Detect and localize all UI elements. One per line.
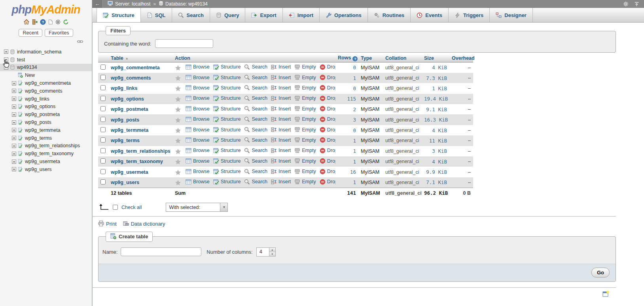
empty-action-link[interactable]: Empty xyxy=(294,95,316,101)
sidebar-tree-item-wp9g_links[interactable]: +wp9g_links xyxy=(0,95,92,103)
expand-node-icon[interactable]: + xyxy=(12,97,16,101)
table-name-link[interactable]: wp9g_comments xyxy=(111,75,151,81)
back-arrow-icon[interactable]: ← xyxy=(92,0,103,8)
tree-item-label[interactable]: wp9g_termmeta xyxy=(25,127,61,133)
row-checkbox[interactable] xyxy=(100,137,106,143)
expand-node-icon[interactable]: + xyxy=(12,167,16,171)
search-action-link[interactable]: Search xyxy=(244,137,267,143)
expand-node-icon[interactable]: + xyxy=(12,144,16,148)
check-all-checkbox[interactable] xyxy=(113,205,118,210)
structure-action-link[interactable]: Structure xyxy=(213,106,241,112)
sidebar-tree-item-wp9g_term_taxonomy[interactable]: +wp9g_term_taxonomy xyxy=(0,150,92,158)
tree-item-label[interactable]: information_schema xyxy=(17,49,62,55)
tree-item-label[interactable]: wp49134 xyxy=(17,65,37,70)
link-chain-icon[interactable] xyxy=(77,39,83,45)
drop-action-link[interactable]: Drop xyxy=(320,106,335,112)
insert-action-link[interactable]: Insert xyxy=(271,137,291,143)
help-icon[interactable]: ? xyxy=(40,19,46,25)
favorite-star-icon[interactable] xyxy=(175,138,181,144)
browse-action-link[interactable]: Browse xyxy=(186,179,210,185)
drop-action-link[interactable]: Drop xyxy=(320,85,335,91)
structure-action-link[interactable]: Structure xyxy=(213,158,241,164)
insert-action-link[interactable]: Insert xyxy=(271,148,291,154)
sidebar-tree-item-wp9g_term_relationships[interactable]: +wp9g_term_relationships xyxy=(0,142,92,150)
sidebar-tree-item-wp9g_termmeta[interactable]: +wp9g_termmeta xyxy=(0,126,92,134)
tab-export[interactable]: Export xyxy=(245,8,282,22)
favorite-star-icon[interactable] xyxy=(175,148,181,154)
favorite-star-icon[interactable] xyxy=(175,86,181,91)
row-checkbox[interactable] xyxy=(100,158,106,163)
empty-action-link[interactable]: Empty xyxy=(294,127,316,133)
search-action-link[interactable]: Search xyxy=(244,158,267,164)
search-action-link[interactable]: Search xyxy=(244,127,267,133)
tab-query[interactable]: Query xyxy=(210,8,246,22)
structure-action-link[interactable]: Structure xyxy=(213,148,241,154)
favorite-star-icon[interactable] xyxy=(175,96,181,102)
table-name-link[interactable]: wp9g_terms xyxy=(111,138,140,143)
structure-action-link[interactable]: Structure xyxy=(213,116,241,122)
structure-action-link[interactable]: Structure xyxy=(213,127,241,133)
structure-action-link[interactable]: Structure xyxy=(213,74,241,80)
row-checkbox[interactable] xyxy=(100,65,106,70)
favorite-star-icon[interactable] xyxy=(175,180,181,186)
expand-node-icon[interactable]: + xyxy=(12,160,16,164)
tree-item-label[interactable]: wp9g_posts xyxy=(25,120,51,125)
collapse-top-icon[interactable] xyxy=(634,2,639,7)
logout-icon[interactable] xyxy=(32,19,38,25)
search-action-link[interactable]: Search xyxy=(244,85,267,91)
tab-search[interactable]: Search xyxy=(172,8,210,22)
row-checkbox[interactable] xyxy=(100,106,106,111)
tab-events[interactable]: Events xyxy=(411,8,449,22)
search-action-link[interactable]: Search xyxy=(244,116,267,122)
stepper-down-icon[interactable]: ▼ xyxy=(269,252,275,256)
tree-item-label[interactable]: wp9g_postmeta xyxy=(25,112,60,117)
table-name-link[interactable]: wp9g_postmeta xyxy=(111,106,148,112)
drop-action-link[interactable]: Drop xyxy=(320,148,335,154)
tree-item-label[interactable]: wp9g_users xyxy=(25,167,51,172)
table-name-link[interactable]: wp9g_posts xyxy=(111,117,139,123)
sidebar-tree-item-wp9g_usermeta[interactable]: +wp9g_usermeta xyxy=(0,158,92,165)
empty-action-link[interactable]: Empty xyxy=(294,106,316,112)
search-action-link[interactable]: Search xyxy=(244,179,267,185)
sidebar-tree-item-wp9g_posts[interactable]: +wp9g_posts xyxy=(0,118,92,126)
empty-action-link[interactable]: Empty xyxy=(294,85,316,91)
empty-action-link[interactable]: Empty xyxy=(294,148,316,154)
browse-action-link[interactable]: Browse xyxy=(186,127,210,133)
settings-icon[interactable] xyxy=(55,19,61,25)
drop-action-link[interactable]: Drop xyxy=(320,137,335,143)
with-selected-dropdown[interactable]: With selected: ▼ xyxy=(166,203,228,212)
column-header-rows[interactable]: Rows? xyxy=(335,54,358,63)
search-action-link[interactable]: Search xyxy=(244,106,267,112)
tab-designer[interactable]: Designer xyxy=(490,8,533,22)
sidebar-tree-item-information_schema[interactable]: +information_schema xyxy=(0,48,92,56)
print-link[interactable]: Print xyxy=(98,220,117,228)
tree-item-label[interactable]: test xyxy=(17,57,25,63)
row-checkbox[interactable] xyxy=(100,127,106,132)
tree-item-label[interactable]: New xyxy=(25,72,35,78)
structure-action-link[interactable]: Structure xyxy=(213,64,241,70)
insert-action-link[interactable]: Insert xyxy=(271,179,291,185)
drop-action-link[interactable]: Drop xyxy=(320,169,335,175)
home-icon[interactable] xyxy=(23,19,30,25)
table-name-link[interactable]: wp9g_options xyxy=(111,96,144,102)
insert-action-link[interactable]: Insert xyxy=(271,85,291,91)
row-checkbox[interactable] xyxy=(100,85,106,90)
refresh-icon[interactable] xyxy=(63,19,69,25)
tree-item-label[interactable]: wp9g_usermeta xyxy=(25,159,60,164)
tab-sql[interactable]: SQL xyxy=(141,8,172,22)
breadcrumb-database-link[interactable]: Database: wp49134 xyxy=(165,1,208,7)
favorite-star-icon[interactable] xyxy=(175,75,181,81)
sidebar-tree-item-wp9g_users[interactable]: +wp9g_users xyxy=(0,165,92,173)
row-checkbox[interactable] xyxy=(100,148,106,153)
expand-node-icon[interactable]: + xyxy=(4,49,8,54)
tab-operations[interactable]: Operations xyxy=(320,8,368,22)
expand-node-icon[interactable]: + xyxy=(12,128,16,132)
table-name-link[interactable]: wp9g_commentmeta xyxy=(111,65,160,70)
structure-action-link[interactable]: Structure xyxy=(213,95,241,101)
drop-action-link[interactable]: Drop xyxy=(320,179,335,185)
go-button[interactable]: Go xyxy=(591,268,610,277)
browse-action-link[interactable]: Browse xyxy=(186,158,210,164)
empty-action-link[interactable]: Empty xyxy=(294,169,316,175)
rows-help-icon[interactable]: ? xyxy=(352,56,358,61)
column-header-overhead[interactable]: Overhead xyxy=(449,54,473,63)
